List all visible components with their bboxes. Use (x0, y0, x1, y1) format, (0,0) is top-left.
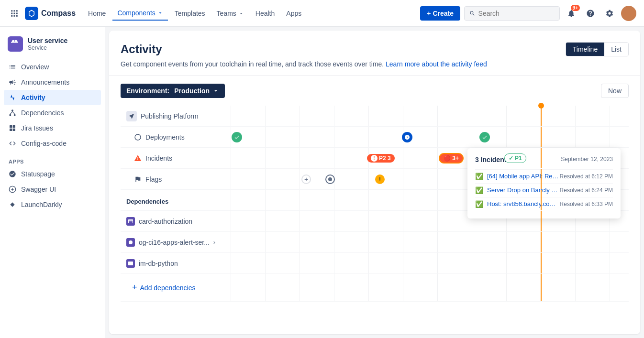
view-toggle: Timeline List (566, 42, 629, 56)
statuspage-icon (9, 170, 16, 178)
svg-rect-6 (11, 15, 12, 16)
timeline-grid: 30 Nov AM 00:00 00:00 02:00 04:00 06:00 (121, 106, 629, 302)
svg-rect-8 (16, 15, 18, 16)
sidebar-item-overview[interactable]: Overview (4, 59, 101, 75)
flag-event-3[interactable]: ! (375, 174, 385, 184)
sidebar: User service Service Overview Announceme… (0, 27, 105, 338)
tooltip-date: September 12, 2023 (561, 156, 613, 163)
current-time-line-add (541, 274, 542, 301)
logo-icon (25, 7, 38, 20)
env-label: Environment: (126, 87, 169, 95)
service-name: User service (28, 37, 67, 44)
sidebar-item-announcements[interactable]: Announcements (4, 75, 101, 90)
top-navigation: Compass Home Components Templates Teams … (0, 0, 644, 27)
current-time-line-dep-h (541, 190, 542, 210)
nav-home[interactable]: Home (83, 7, 111, 20)
nav-teams[interactable]: Teams (212, 7, 249, 20)
chevron-down-icon (212, 87, 219, 94)
settings-button[interactable] (602, 6, 617, 21)
search-input[interactable] (478, 10, 555, 17)
svg-point-11 (14, 114, 16, 116)
megaphone-icon (9, 78, 16, 86)
logo-text: Compass (41, 9, 76, 18)
svg-rect-7 (14, 15, 15, 16)
publishing-platform-icon (126, 111, 137, 121)
og-ci16-more-btn[interactable]: › (213, 239, 215, 246)
sidebar-item-swagger[interactable]: Swagger UI (4, 182, 101, 197)
tooltip-item-2: ✅ Server Drop on Bancly Fr... Resolved a… (475, 183, 613, 197)
sidebar-item-launchdarkly[interactable]: LaunchDarkly (4, 197, 101, 212)
sidebar-item-dependencies[interactable]: Dependencies (4, 105, 101, 120)
svg-rect-5 (16, 12, 18, 14)
svg-rect-17 (13, 129, 15, 131)
flags-icon (134, 175, 142, 183)
logo[interactable]: Compass (25, 7, 76, 20)
timeline-area: Environment: Production Now 30 Nov AM (109, 76, 640, 334)
svg-rect-15 (13, 125, 15, 128)
notification-badge: 9+ (571, 5, 580, 11)
current-time-dot (538, 103, 544, 109)
sidebar-item-jira[interactable]: Jira Issues (4, 120, 101, 136)
incident-p2-badge[interactable]: ! P2 3 (367, 154, 395, 163)
svg-rect-3 (11, 12, 12, 14)
incident-cluster[interactable]: 🔴 3+ 3 Incidents September 12, 2023 ✅ (439, 153, 464, 164)
deployment-event-1[interactable] (232, 132, 242, 142)
launchdarkly-icon (9, 201, 16, 208)
svg-line-13 (12, 111, 15, 114)
code-icon (9, 140, 16, 147)
card-auth-icon (126, 217, 135, 226)
list-icon (9, 63, 16, 71)
current-time-line-inc (541, 148, 542, 168)
nav-apps[interactable]: Apps (281, 7, 306, 20)
svg-rect-0 (11, 10, 12, 11)
help-button[interactable] (583, 6, 598, 21)
service-icon (8, 36, 23, 52)
svg-point-19 (129, 240, 133, 244)
tooltip-item-3: ✅ Host: srv856.bancly.com... Resolved at… (475, 197, 613, 211)
apps-grid-icon[interactable] (8, 7, 21, 20)
nav-templates[interactable]: Templates (170, 7, 210, 20)
current-time-line-py (541, 253, 542, 273)
create-button[interactable]: + Create (420, 6, 460, 21)
learn-more-link[interactable]: Learn more about the activity feed (386, 60, 487, 68)
notification-button[interactable]: 9+ (564, 6, 579, 21)
current-time-line-ca (541, 211, 542, 231)
nav-right: + Create 9+ (420, 6, 636, 21)
svg-rect-4 (14, 12, 15, 14)
current-time-line (541, 106, 542, 126)
apps-section-label: APPS (4, 155, 101, 166)
timeline-controls: Environment: Production Now (121, 84, 629, 98)
page-title: Activity (121, 43, 162, 56)
search-box[interactable] (464, 6, 560, 21)
tooltip-item-1: ✅ [64] Mobile app API: Requ... Resolved … (475, 169, 613, 183)
og-ci16-icon (126, 238, 135, 247)
svg-rect-2 (16, 10, 18, 11)
deployment-event-3[interactable] (479, 132, 490, 142)
sidebar-nav: Overview Announcements Activity Dependen… (0, 59, 105, 212)
user-avatar[interactable] (621, 6, 636, 21)
page-header: Activity Timeline List Get component eve… (109, 31, 640, 76)
sidebar-item-activity[interactable]: Activity (4, 90, 101, 105)
list-view-button[interactable]: List (604, 43, 628, 56)
svg-rect-14 (10, 125, 12, 128)
timeline-view-button[interactable]: Timeline (566, 43, 604, 56)
environment-dropdown[interactable]: Environment: Production (121, 84, 225, 98)
page-title-row: Activity Timeline List (121, 42, 629, 56)
sidebar-item-config[interactable]: Config-as-code (4, 136, 101, 151)
svg-line-12 (10, 111, 12, 114)
sidebar-item-statuspage[interactable]: Statuspage (4, 166, 101, 182)
now-button[interactable]: Now (601, 84, 629, 98)
row-deployments: Deployments (121, 127, 629, 148)
row-add-dependencies: + Add dependencies (121, 274, 629, 302)
nav-health[interactable]: Health (251, 7, 279, 20)
add-dependencies-button[interactable]: + Add dependencies (126, 279, 201, 296)
deployment-event-2[interactable] (402, 132, 412, 142)
jira-icon (9, 124, 16, 132)
nav-components[interactable]: Components (112, 6, 167, 21)
flag-event-2[interactable] (325, 174, 335, 184)
incident-p1-badge[interactable]: ✓ P1 (504, 153, 526, 163)
incidents-tooltip: 3 Incidents September 12, 2023 ✅ [64] Mo… (467, 148, 621, 218)
row-og-ci16: og-ci16-apps-alert-ser... › (121, 232, 629, 253)
flag-event-1[interactable]: + (301, 174, 311, 184)
sidebar-header: User service Service (0, 33, 105, 59)
